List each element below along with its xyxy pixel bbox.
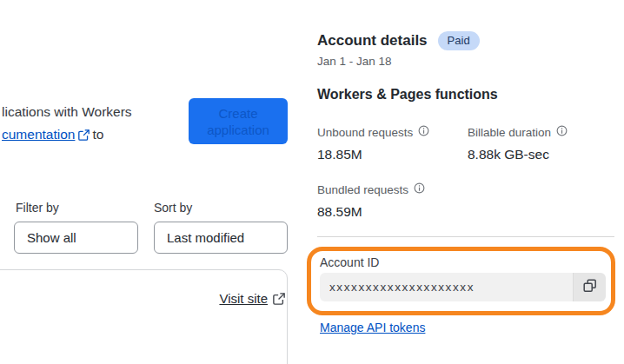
stat-label: Unbound requests: [317, 126, 413, 139]
intro-line-1: lications with Workers: [2, 101, 132, 123]
external-link-icon: [78, 125, 90, 148]
intro-line-1-text: lications with Workers: [2, 104, 132, 119]
manage-api-tokens-link[interactable]: Manage API tokens: [320, 321, 425, 334]
visit-site-label: Visit site: [219, 291, 268, 306]
stat-label: Bundled requests: [317, 183, 408, 196]
workers-pages-functions-title: Workers & Pages functions: [317, 87, 498, 103]
info-icon[interactable]: [414, 182, 425, 196]
account-id-label: Account ID: [320, 255, 379, 269]
stat-billable-duration: Billable duration 8.88k GB-sec: [468, 125, 615, 162]
visit-site-link[interactable]: Visit site: [219, 291, 268, 306]
intro-text: lications with Workers cumentationto: [2, 101, 132, 148]
copy-account-id-button[interactable]: [573, 273, 606, 301]
stat-bundled-requests: Bundled requests 88.59M: [317, 182, 465, 220]
copy-icon: [583, 279, 597, 295]
sort-select[interactable]: Last modified: [154, 222, 288, 254]
sort-by-label: Sort by: [154, 201, 192, 215]
create-application-button[interactable]: Create application: [189, 98, 288, 144]
paid-plan-badge: Paid: [438, 31, 480, 50]
stat-value: 8.88k GB-sec: [468, 147, 615, 162]
divider: [317, 236, 614, 237]
filter-select[interactable]: Show all: [14, 222, 138, 254]
stat-unbound-requests: Unbound requests 18.85M: [317, 125, 465, 162]
account-id-control: [320, 273, 606, 301]
account-details-header: Account details Paid: [317, 31, 480, 50]
filter-by-label: Filter by: [16, 201, 59, 215]
documentation-link[interactable]: cumentation: [2, 127, 75, 142]
account-id-input[interactable]: [320, 273, 573, 301]
filter-select-value: Show all: [27, 230, 76, 245]
stat-value: 88.59M: [317, 204, 465, 220]
stat-value: 18.85M: [317, 147, 465, 162]
info-icon[interactable]: [418, 125, 429, 139]
intro-line-2-text: to: [92, 127, 103, 142]
sort-select-value: Last modified: [167, 230, 244, 245]
account-details-title: Account details: [317, 32, 428, 50]
external-link-icon: [273, 293, 285, 308]
stat-label: Billable duration: [468, 126, 551, 139]
project-card: Visit site: [0, 269, 288, 364]
info-icon[interactable]: [556, 125, 568, 139]
intro-line-2: cumentationto: [2, 123, 132, 148]
date-range: Jan 1 - Jan 18: [317, 55, 392, 68]
